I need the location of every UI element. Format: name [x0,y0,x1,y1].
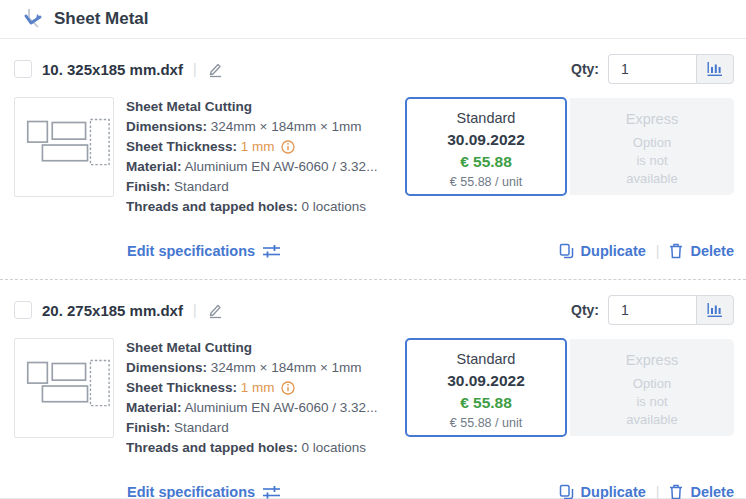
edit-specifications-button[interactable]: Edit specifications [127,484,281,499]
separator: | [656,484,660,499]
part-header-2: 20. 275x185 mm.dxf | Qty: [14,295,734,325]
part-specs: Sheet Metal Cutting Dimensions: 324mm × … [126,97,404,217]
spec-thickness: Sheet Thickness: 1 mm [126,137,404,157]
qty-control: Qty: [571,54,734,84]
lead-time-options: Standard 30.09.2022 € 55.88 € 55.88 / un… [405,97,734,217]
express-title: Express [570,352,734,368]
price-breaks-button[interactable] [696,295,734,325]
sliders-icon [262,244,281,259]
part-thumbnail [14,338,114,438]
standard-price: € 55.88 [407,394,565,412]
part-row-1: 10. 325x185 mm.dxf | Qty: [0,39,746,279]
service-name: Sheet Metal Cutting [126,338,404,358]
spec-dimensions: Dimensions: 324mm × 184mm × 1mm [126,358,404,378]
spec-threads: Threads and tapped holes: 0 locations [126,197,404,217]
duplicate-button[interactable]: Duplicate [559,484,646,499]
standard-date: 30.09.2022 [407,131,565,149]
part-body-2: Sheet Metal Cutting Dimensions: 324mm × … [14,338,734,458]
spec-finish: Finish: Standard [126,177,404,197]
item-name: 10. 325x185 mm.dxf [42,61,183,78]
lead-time-options: Standard 30.09.2022 € 55.88 € 55.88 / un… [405,338,734,458]
qty-label: Qty: [571,61,599,77]
spec-dimensions: Dimensions: 324mm × 184mm × 1mm [126,117,404,137]
standard-date: 30.09.2022 [407,372,565,390]
trash-icon [669,484,683,499]
qty-input[interactable] [608,54,696,84]
pencil-icon [207,61,224,78]
item-checkbox[interactable] [14,301,32,319]
sliders-icon [262,485,281,499]
qty-control: Qty: [571,295,734,325]
separator: | [193,302,197,318]
duplicate-icon [559,243,574,259]
spec-material: Material: Aluminium EN AW-6060 / 3.32... [126,157,404,177]
rename-button[interactable] [207,61,224,78]
standard-title: Standard [407,110,565,126]
express-option-card: Express Option is not available [570,98,734,195]
standard-unit-price: € 55.88 / unit [407,175,565,189]
item-checkbox[interactable] [14,60,32,78]
delete-button[interactable]: Delete [669,484,734,499]
item-name: 20. 275x185 mm.dxf [42,302,183,319]
spec-threads: Threads and tapped holes: 0 locations [126,438,404,458]
express-title: Express [570,111,734,127]
thickness-info-icon[interactable] [281,140,295,154]
standard-price: € 55.88 [407,153,565,171]
part-row-2: 20. 275x185 mm.dxf | Qty: [0,279,746,499]
duplicate-button[interactable]: Duplicate [559,243,646,259]
delete-button[interactable]: Delete [669,243,734,259]
separator: | [656,243,660,259]
part-header-1: 10. 325x185 mm.dxf | Qty: [14,54,734,84]
page-header: Sheet Metal [0,0,746,39]
pencil-icon [207,302,224,319]
duplicate-icon [559,484,574,499]
part-footer-1: Edit specifications Duplicate | [14,241,734,261]
bar-chart-icon [706,302,724,318]
bar-chart-icon [706,61,724,77]
trash-icon [669,243,683,259]
qty-input[interactable] [608,295,696,325]
standard-option-card[interactable]: Standard 30.09.2022 € 55.88 € 55.88 / un… [405,338,567,437]
part-body-1: Sheet Metal Cutting Dimensions: 324mm × … [14,97,734,217]
page-title: Sheet Metal [54,9,148,29]
part-footer-2: Edit specifications Duplicate | [14,482,734,499]
part-specs: Sheet Metal Cutting Dimensions: 324mm × … [126,338,404,458]
spec-thickness: Sheet Thickness: 1 mm [126,378,404,398]
part-drawing [15,98,113,196]
service-name: Sheet Metal Cutting [126,97,404,117]
spec-material: Material: Aluminium EN AW-6060 / 3.32... [126,398,404,418]
part-drawing [15,339,113,437]
qty-label: Qty: [571,302,599,318]
spec-finish: Finish: Standard [126,418,404,438]
sheet-metal-icon [22,8,44,30]
separator: | [193,61,197,77]
part-thumbnail [14,97,114,197]
sheet-metal-page: Sheet Metal 10. 325x185 mm.dxf | Qty: [0,0,746,499]
rename-button[interactable] [207,302,224,319]
standard-option-card[interactable]: Standard 30.09.2022 € 55.88 € 55.88 / un… [405,97,567,196]
thickness-info-icon[interactable] [281,381,295,395]
standard-title: Standard [407,351,565,367]
standard-unit-price: € 55.88 / unit [407,416,565,430]
price-breaks-button[interactable] [696,54,734,84]
edit-specifications-button[interactable]: Edit specifications [127,243,281,259]
express-option-card: Express Option is not available [570,339,734,436]
